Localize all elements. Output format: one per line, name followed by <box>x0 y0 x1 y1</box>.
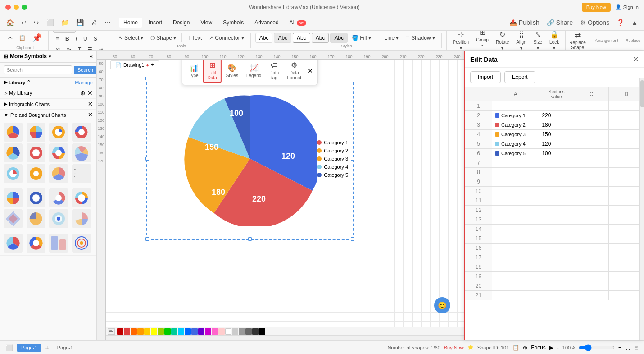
row-cell[interactable] <box>609 101 644 111</box>
row-cell[interactable] <box>609 215 644 225</box>
color-swatch[interactable] <box>164 328 171 335</box>
row-cell[interactable] <box>492 101 539 111</box>
color-swatch[interactable] <box>198 328 204 335</box>
open-icon[interactable]: 📁 <box>59 17 72 28</box>
chart-thumb-4[interactable] <box>72 123 91 142</box>
chart-dataformat-btn[interactable]: ⚙ Data Format <box>283 60 305 82</box>
row-cell[interactable] <box>492 291 539 300</box>
row-cell[interactable] <box>574 272 609 281</box>
connector-tool-btn[interactable]: ↗ Connector ▾ <box>206 33 246 43</box>
list-btn[interactable]: ☰ <box>85 45 95 51</box>
color-swatch[interactable] <box>131 328 137 335</box>
row-cell[interactable] <box>492 253 539 262</box>
row-cell[interactable] <box>574 206 609 215</box>
help-btn[interactable]: ❓ <box>614 17 627 28</box>
row-cell[interactable] <box>574 234 609 244</box>
menu-ai[interactable]: AI hot <box>285 18 311 28</box>
row-cell[interactable] <box>609 196 644 206</box>
row-cell[interactable] <box>609 206 644 215</box>
font-decrease-btn[interactable]: A- <box>91 31 102 32</box>
layers-btn[interactable]: 📋 <box>512 345 519 351</box>
row-cell-value[interactable]: 120 <box>539 139 574 149</box>
text-tool-btn[interactable]: T Text <box>185 33 204 43</box>
shadow-btn[interactable]: ◻ Shadow ▾ <box>403 33 437 43</box>
row-cell[interactable]: Category 5 <box>492 149 539 158</box>
color-swatch[interactable] <box>124 328 130 335</box>
color-swatch[interactable] <box>191 328 198 335</box>
add-drawing-btn[interactable]: + <box>151 62 154 68</box>
row-cell[interactable] <box>574 291 609 300</box>
chart-edit-data-btn[interactable]: ⊞ Edit Data <box>203 60 222 83</box>
row-cell-value[interactable]: 180 <box>539 120 574 130</box>
row-cell[interactable] <box>609 225 644 234</box>
chart-thumb-3[interactable] <box>49 123 68 142</box>
copy-btn[interactable]: 📋 <box>16 33 28 43</box>
row-cell[interactable] <box>539 272 574 281</box>
row-cell[interactable] <box>492 234 539 244</box>
export-btn[interactable]: Export <box>504 71 535 83</box>
chart-thumb-16[interactable] <box>72 188 91 207</box>
row-cell[interactable] <box>492 168 539 177</box>
row-cell[interactable] <box>609 158 644 168</box>
infographic-header[interactable]: ▶ Infographic Charts ✕ <box>0 99 96 109</box>
row-cell-value[interactable]: 220 <box>539 111 574 120</box>
chart-thumb-11[interactable] <box>49 164 68 183</box>
row-cell[interactable] <box>492 187 539 196</box>
row-cell[interactable] <box>609 187 644 196</box>
color-swatch[interactable] <box>144 328 150 335</box>
panel-close-btn[interactable]: ✕ <box>633 55 639 64</box>
row-cell[interactable] <box>609 149 644 158</box>
paste-btn[interactable]: 📌 <box>29 31 45 45</box>
chart-thumb-15[interactable] <box>49 188 68 207</box>
color-swatch[interactable] <box>232 328 238 335</box>
italic-btn[interactable]: I <box>73 34 80 44</box>
font-size-select[interactable]: 10 <box>53 31 76 33</box>
row-cell[interactable] <box>574 281 609 291</box>
strikethrough-btn[interactable]: S <box>91 34 100 44</box>
focus-btn[interactable]: Focus <box>531 345 546 351</box>
row-cell[interactable] <box>492 281 539 291</box>
buy-now-button[interactable]: Buy Now <box>582 3 611 12</box>
undo-icon[interactable]: ↩ <box>18 17 29 28</box>
color-swatch[interactable] <box>245 328 252 335</box>
manage-link[interactable]: Manage <box>75 80 93 85</box>
close-library-btn[interactable]: ✕ <box>87 89 93 97</box>
replace-shape-btn[interactable]: ⇄ Replace Shape <box>565 31 590 51</box>
buy-now-link[interactable]: Buy Now <box>444 345 464 350</box>
color-swatch[interactable] <box>205 328 211 335</box>
row-cell[interactable] <box>539 291 574 300</box>
row-cell[interactable] <box>574 168 609 177</box>
row-cell[interactable]: Category 4 <box>492 139 539 149</box>
row-cell[interactable] <box>574 225 609 234</box>
row-cell[interactable] <box>574 253 609 262</box>
chart-thumb-2[interactable] <box>27 123 45 142</box>
row-cell[interactable] <box>492 262 539 272</box>
chart-toolbar-close-btn[interactable]: ✕ <box>306 65 315 76</box>
row-cell[interactable] <box>574 177 609 187</box>
superscript-btn[interactable]: x² <box>53 45 63 51</box>
new-page-btn[interactable]: ⬜ <box>5 344 13 351</box>
row-cell[interactable]: Category 2 <box>492 120 539 130</box>
scrollbar-thumb[interactable] <box>640 80 644 107</box>
style-abc-3[interactable]: Abc <box>293 33 310 43</box>
position-btn[interactable]: ⊹ Position▾ <box>450 31 472 51</box>
sign-in-button[interactable]: 👤 Sign In <box>615 4 639 10</box>
page-tab-1[interactable]: Page-1 <box>17 344 41 352</box>
style-abc-2[interactable]: Abc <box>274 33 291 43</box>
row-cell[interactable] <box>609 120 644 130</box>
row-cell[interactable] <box>609 177 644 187</box>
color-swatch[interactable] <box>137 328 144 335</box>
chart-thumb-8[interactable] <box>72 143 91 162</box>
menu-symbols[interactable]: Symbols <box>218 18 248 28</box>
zoom-slider[interactable] <box>579 344 615 351</box>
chart-thumb-13[interactable] <box>4 188 23 207</box>
cut-btn[interactable]: ✂ <box>5 33 15 43</box>
row-cell[interactable] <box>609 262 644 272</box>
row-cell[interactable] <box>609 139 644 149</box>
search-input[interactable] <box>4 65 72 74</box>
chart-thumb-7[interactable] <box>49 143 68 162</box>
new-icon[interactable]: ⬜ <box>44 17 57 28</box>
import-btn[interactable]: Import <box>470 71 501 83</box>
row-cell[interactable] <box>609 168 644 177</box>
chart-container[interactable]: 📊 Type ⊞ Edit Data 🎨 Styles 📈 <box>146 78 354 240</box>
